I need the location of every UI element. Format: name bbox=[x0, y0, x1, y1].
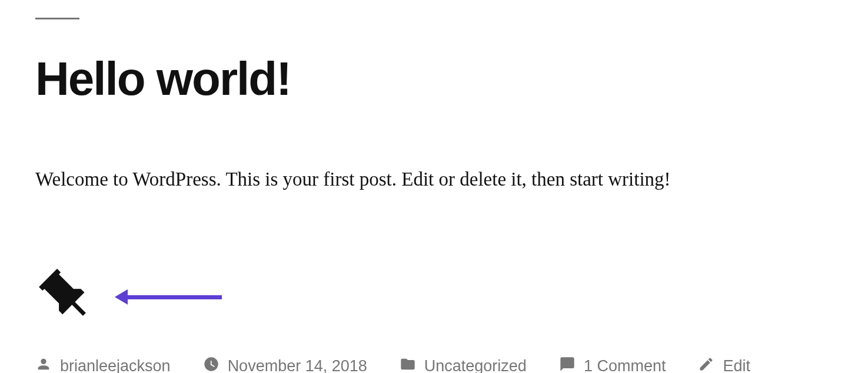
date-link[interactable]: November 14, 2018 bbox=[228, 357, 367, 374]
post-title[interactable]: Hello world! bbox=[35, 52, 833, 106]
pin-icon bbox=[35, 265, 97, 329]
clock-icon bbox=[203, 356, 220, 374]
meta-edit: Edit bbox=[698, 356, 750, 374]
meta-author: brianleejackson bbox=[35, 356, 171, 374]
edit-link[interactable]: Edit bbox=[723, 357, 750, 374]
folder-icon bbox=[400, 356, 416, 374]
post-content: Welcome to WordPress. This is your first… bbox=[35, 165, 833, 194]
sticky-post-indicator bbox=[35, 265, 833, 329]
meta-comments: 1 Comment bbox=[559, 356, 666, 374]
arrow-annotation bbox=[115, 289, 222, 305]
person-icon bbox=[35, 356, 52, 374]
meta-category: Uncategorized bbox=[400, 356, 527, 374]
author-link[interactable]: brianleejackson bbox=[60, 357, 171, 374]
category-link[interactable]: Uncategorized bbox=[424, 357, 527, 374]
meta-date: November 14, 2018 bbox=[203, 356, 367, 374]
arrow-head-icon bbox=[115, 289, 128, 305]
pencil-icon bbox=[698, 356, 714, 374]
comments-link[interactable]: 1 Comment bbox=[584, 357, 666, 374]
comment-icon bbox=[559, 356, 576, 374]
header-divider bbox=[35, 18, 79, 19]
post-meta-bar: brianleejackson November 14, 2018 Uncate… bbox=[35, 356, 833, 374]
arrow-line bbox=[128, 295, 222, 299]
